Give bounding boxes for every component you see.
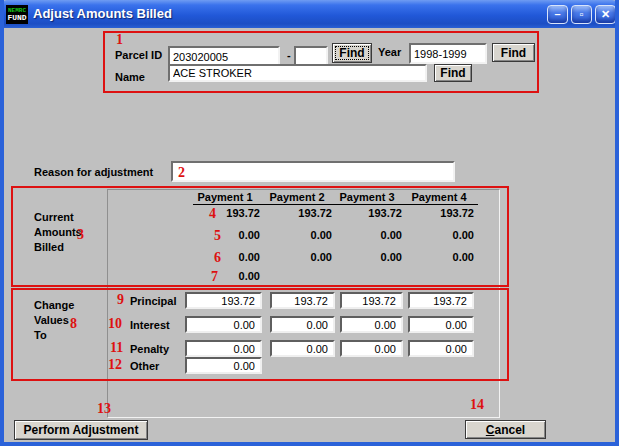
parcel-dash: - bbox=[287, 49, 291, 61]
column-header-payment4: Payment 4 bbox=[402, 191, 476, 203]
interest-input-2[interactable] bbox=[270, 316, 335, 333]
current-amount-cell: 193.72 bbox=[262, 207, 332, 219]
window-title: Adjust Amounts Billed bbox=[33, 6, 172, 21]
change-values-label-line1: Change bbox=[34, 299, 74, 311]
adjust-amounts-billed-window: NEMRC FUND Adjust Amounts Billed – ▫ ✕ 1… bbox=[0, 0, 619, 446]
principal-input-4[interactable] bbox=[408, 292, 474, 309]
close-icon: ✕ bbox=[601, 9, 610, 20]
current-amount-cell: 193.72 bbox=[404, 207, 474, 219]
penalty-input-3[interactable] bbox=[340, 340, 403, 357]
change-values-label-line2: Values bbox=[34, 314, 69, 326]
name-find-label: Find bbox=[440, 66, 465, 80]
column-header-payment3: Payment 3 bbox=[330, 191, 404, 203]
perform-adjustment-label: Perform Adjustment bbox=[24, 423, 139, 437]
current-amount-cell: 0.00 bbox=[404, 251, 474, 263]
annotation-10: 10 bbox=[108, 317, 122, 331]
parcel-find-label: Find bbox=[339, 46, 364, 60]
current-amount-cell: 0.00 bbox=[262, 251, 332, 263]
current-amounts-label-line3: Billed bbox=[34, 241, 64, 253]
current-amount-cell: 0.00 bbox=[190, 229, 260, 241]
current-amount-cell: 0.00 bbox=[332, 251, 402, 263]
interest-input-1[interactable] bbox=[185, 316, 262, 333]
parcel-find-button[interactable]: Find bbox=[332, 43, 372, 63]
maximize-button[interactable]: ▫ bbox=[571, 5, 592, 24]
app-icon-fund-text: FUND bbox=[7, 14, 26, 22]
name-input[interactable] bbox=[168, 64, 427, 82]
current-amount-cell: 0.00 bbox=[404, 229, 474, 241]
interest-label: Interest bbox=[130, 319, 170, 331]
year-find-button[interactable]: Find bbox=[492, 43, 535, 62]
year-input[interactable] bbox=[409, 43, 487, 64]
annotation-1: 1 bbox=[116, 33, 123, 47]
penalty-input-2[interactable] bbox=[270, 340, 335, 357]
name-find-button[interactable]: Find bbox=[434, 64, 472, 82]
annotation-14: 14 bbox=[470, 398, 484, 412]
year-label: Year bbox=[378, 46, 401, 58]
current-amount-cell: 0.00 bbox=[332, 229, 402, 241]
current-amount-cell: 193.72 bbox=[190, 207, 260, 219]
interest-input-3[interactable] bbox=[340, 316, 403, 333]
penalty-label: Penalty bbox=[130, 343, 169, 355]
other-input-1[interactable] bbox=[185, 357, 262, 374]
current-amount-cell: 0.00 bbox=[190, 270, 260, 282]
principal-input-2[interactable] bbox=[270, 292, 335, 309]
current-amount-cell: 193.72 bbox=[332, 207, 402, 219]
minimize-icon: – bbox=[554, 9, 560, 20]
principal-label: Principal bbox=[130, 295, 176, 307]
annotation-3: 3 bbox=[77, 228, 84, 242]
cancel-button[interactable]: Cancel bbox=[465, 420, 546, 439]
annotation-2: 2 bbox=[178, 166, 185, 180]
penalty-input-4[interactable] bbox=[408, 340, 474, 357]
column-header-payment1: Payment 1 bbox=[188, 191, 262, 203]
title-bar: NEMRC FUND Adjust Amounts Billed – ▫ ✕ bbox=[0, 0, 619, 28]
other-label: Other bbox=[130, 360, 159, 372]
current-amounts-label-line1: Current bbox=[34, 211, 74, 223]
column-header-payment2: Payment 2 bbox=[260, 191, 334, 203]
name-label: Name bbox=[115, 71, 145, 83]
close-button[interactable]: ✕ bbox=[595, 5, 616, 24]
minimize-button[interactable]: – bbox=[547, 5, 568, 24]
reason-label: Reason for adjustment bbox=[34, 166, 153, 178]
current-amounts-label-line2: Amounts bbox=[34, 226, 82, 238]
principal-input-1[interactable] bbox=[185, 292, 262, 309]
annotation-9: 9 bbox=[117, 293, 124, 307]
annotation-13: 13 bbox=[97, 402, 111, 416]
parcel-id-label: Parcel ID bbox=[115, 49, 162, 61]
current-amount-cell: 0.00 bbox=[262, 229, 332, 241]
reason-input[interactable] bbox=[171, 161, 455, 182]
header-underline bbox=[193, 204, 478, 205]
principal-input-3[interactable] bbox=[340, 292, 403, 309]
change-values-label-line3: To bbox=[34, 329, 47, 341]
annotation-11: 11 bbox=[110, 341, 123, 355]
interest-input-4[interactable] bbox=[408, 316, 474, 333]
penalty-input-1[interactable] bbox=[185, 340, 262, 357]
app-icon: NEMRC FUND bbox=[6, 5, 28, 24]
year-find-label: Find bbox=[501, 46, 526, 60]
annotation-12: 12 bbox=[108, 358, 122, 372]
current-amount-cell: 0.00 bbox=[190, 251, 260, 263]
annotation-8: 8 bbox=[70, 317, 77, 331]
perform-adjustment-button[interactable]: Perform Adjustment bbox=[14, 420, 148, 440]
cancel-label: Cancel bbox=[486, 423, 525, 437]
maximize-icon: ▫ bbox=[580, 9, 584, 20]
